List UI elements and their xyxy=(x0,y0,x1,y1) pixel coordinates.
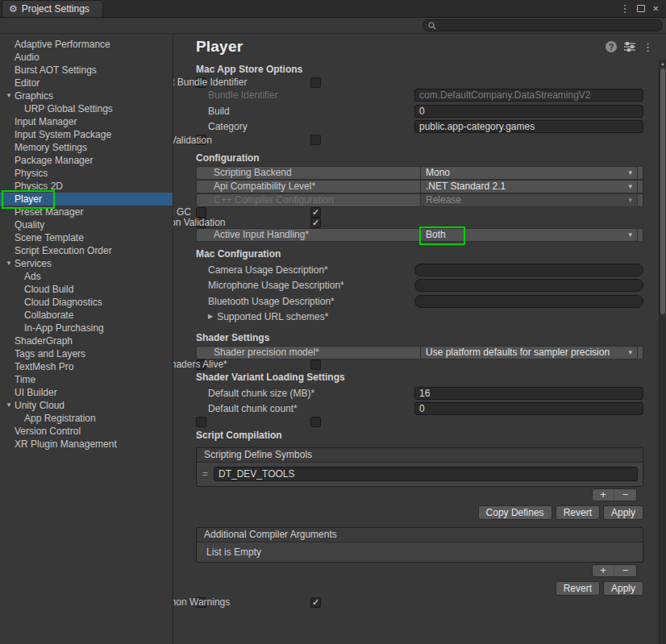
sidebar-item-label: Physics 2D xyxy=(15,181,63,192)
add-define-button[interactable]: + xyxy=(593,489,614,501)
list-item[interactable]: = xyxy=(202,467,638,481)
sidebar-item-label: Cloud Build xyxy=(24,284,73,295)
sidebar-item-label: Scene Template xyxy=(15,232,84,243)
foldout-arrow-icon[interactable]: ▼ xyxy=(3,402,15,409)
checkbox-assembly-version-validation[interactable]: ✓ xyxy=(310,218,321,228)
input-build[interactable] xyxy=(414,105,643,118)
sidebar-item-physics-2d[interactable]: Physics 2D xyxy=(0,180,173,193)
field-area xyxy=(414,387,643,400)
dropdown-shader-precision-model[interactable]: Use platform defaults for sampler precis… xyxy=(420,346,638,359)
scroll-up-arrow-icon[interactable]: ▲ xyxy=(660,61,666,66)
sidebar-item-package-manager[interactable]: Package Manager xyxy=(0,154,173,167)
sidebar-item-label: Input Manager xyxy=(15,116,77,127)
sidebar-item-preset-manager[interactable]: Preset Manager xyxy=(0,206,173,218)
sidebar-item-services[interactable]: ▼Services xyxy=(0,257,173,270)
dropdown-api-compatibility-level[interactable]: .NET Standard 2.1▾ xyxy=(420,180,638,193)
window-close-icon[interactable]: × xyxy=(652,3,659,14)
sidebar-item-textmesh-pro[interactable]: TextMesh Pro xyxy=(0,360,173,373)
field-label: Bluetooth Usage Description* xyxy=(196,296,414,307)
sidebar-item-shadergraph[interactable]: ShaderGraph xyxy=(0,334,173,347)
chevron-down-icon: ▾ xyxy=(628,183,632,190)
sidebar-item-editor[interactable]: Editor xyxy=(0,77,173,89)
drag-handle-icon[interactable]: = xyxy=(202,468,209,480)
section-header: Shader Settings xyxy=(196,332,269,343)
preset-icon[interactable] xyxy=(624,42,635,52)
sidebar-item-physics[interactable]: Physics xyxy=(0,167,173,180)
input-category[interactable] xyxy=(414,120,643,133)
sidebar-item-cloud-diagnostics[interactable]: Cloud Diagnostics xyxy=(0,296,173,309)
field-area: Release▾ xyxy=(420,193,638,207)
sidebar-item-label: Memory Settings xyxy=(15,142,87,153)
sidebar-item-memory-settings[interactable]: Memory Settings xyxy=(0,141,173,154)
sidebar-item-in-app-purchasing[interactable]: In-App Purchasing xyxy=(0,322,173,334)
sidebar-item-ads[interactable]: Ads xyxy=(0,270,173,283)
foldout-arrow-icon[interactable]: ▼ xyxy=(3,93,15,99)
sidebar-item-audio[interactable]: Audio xyxy=(0,51,173,64)
foldout-supported-url-schemes[interactable]: ▶Supported URL schemes* xyxy=(196,311,414,322)
sidebar-item-label: Editor xyxy=(15,77,40,89)
input-default-chunk-count[interactable] xyxy=(414,402,643,415)
sidebar-item-input-manager[interactable]: Input Manager xyxy=(0,115,173,128)
window-restore-icon[interactable] xyxy=(637,5,645,12)
dropdown-active-input-handling[interactable]: Both▾ xyxy=(420,228,638,242)
sidebar-item-player[interactable]: Player xyxy=(0,193,173,206)
row-configuration: Configuration xyxy=(196,150,643,166)
input-microphone-usage-description[interactable] xyxy=(414,279,643,292)
search-input[interactable] xyxy=(439,20,657,31)
sidebar-item-ui-builder[interactable]: UI Builder xyxy=(0,386,173,399)
dropdown-scripting-backend[interactable]: Mono▾ xyxy=(420,166,638,180)
help-icon[interactable]: ? xyxy=(606,41,617,52)
scrollbar-thumb[interactable] xyxy=(660,69,665,314)
field-label: Active Input Handling* xyxy=(202,229,420,240)
more-options-icon[interactable]: ⋮ xyxy=(643,42,653,52)
sidebar-item-script-execution-order[interactable]: Script Execution Order xyxy=(0,244,173,257)
remove-argument-button[interactable]: − xyxy=(614,565,636,576)
sidebar-item-urp-global-settings[interactable]: URP Global Settings xyxy=(0,102,173,115)
copy-defines-button[interactable]: Copy Defines xyxy=(478,505,552,520)
sidebar-item-graphics[interactable]: ▼Graphics xyxy=(0,89,173,102)
row-override: Override xyxy=(196,417,206,427)
define-symbol-input[interactable] xyxy=(214,467,638,481)
sidebar-item-time[interactable]: Time xyxy=(0,373,173,386)
checkbox-use-incremental-gc[interactable]: ✓ xyxy=(310,207,321,218)
checkbox-override-default-bundle-identifier[interactable] xyxy=(310,77,321,88)
vertical-scrollbar[interactable]: ▲ xyxy=(659,60,666,644)
sidebar-item-quality[interactable]: Quality xyxy=(0,218,173,231)
remove-define-button[interactable]: − xyxy=(614,489,636,501)
revert-defines-button[interactable]: Revert xyxy=(556,505,600,520)
sidebar-item-burst-aot-settings[interactable]: Burst AOT Settings xyxy=(0,64,173,77)
revert-arguments-button[interactable]: Revert xyxy=(556,581,600,596)
sidebar-item-unity-cloud[interactable]: ▼Unity Cloud xyxy=(0,399,173,412)
sidebar-item-label: Adaptive Performance xyxy=(15,39,110,50)
apply-arguments-button[interactable]: Apply xyxy=(603,581,643,596)
foldout-arrow-icon[interactable]: ▼ xyxy=(3,260,15,267)
sidebar-item-app-registration[interactable]: App Registration xyxy=(0,412,173,425)
sidebar-item-adaptive-performance[interactable]: Adaptive Performance xyxy=(0,38,173,51)
foldout-arrow-icon[interactable]: ▶ xyxy=(208,314,213,320)
checkbox-suppress-common-warnings[interactable]: ✓ xyxy=(310,597,321,608)
section-header: Mac Configuration xyxy=(196,248,281,260)
sidebar-item-input-system-package[interactable]: Input System Package xyxy=(0,128,173,141)
search-box[interactable] xyxy=(422,19,663,31)
sidebar-item-label: Package Manager xyxy=(15,155,93,166)
sidebar-item-tags-and-layers[interactable]: Tags and Layers xyxy=(0,347,173,360)
sidebar-item-version-control[interactable]: Version Control xyxy=(0,425,173,438)
checkbox-keep-loaded-shaders-alive[interactable] xyxy=(310,359,321,370)
apply-defines-button[interactable]: Apply xyxy=(603,505,643,520)
checkbox-mac-app-store-validation[interactable] xyxy=(310,135,321,145)
sidebar-item-cloud-build[interactable]: Cloud Build xyxy=(0,283,173,296)
input-bluetooth-usage-description[interactable] xyxy=(414,295,643,308)
checkbox-override[interactable] xyxy=(310,417,321,427)
input-camera-usage-description[interactable] xyxy=(414,264,643,276)
input-default-chunk-size-mb[interactable] xyxy=(414,387,643,400)
window-menu-icon[interactable]: ⋮ xyxy=(619,3,630,14)
add-argument-button[interactable]: + xyxy=(593,565,614,576)
sidebar-item-scene-template[interactable]: Scene Template xyxy=(0,231,173,244)
sidebar-item-label: TextMesh Pro xyxy=(15,361,73,372)
sidebar-item-collaborate[interactable]: Collaborate xyxy=(0,309,173,322)
sidebar-item-xr-plugin-management[interactable]: XR Plugin Management xyxy=(0,438,173,451)
row-keep-loaded-shaders-alive: Keep Loaded Shaders Alive* xyxy=(196,359,206,370)
project-settings-tab[interactable]: ⚙ Project Settings xyxy=(2,0,103,17)
field-label: Bundle Identifier xyxy=(196,89,414,101)
row-c-compiler-configuration: C++ Compiler ConfigurationRelease▾ xyxy=(196,193,643,207)
